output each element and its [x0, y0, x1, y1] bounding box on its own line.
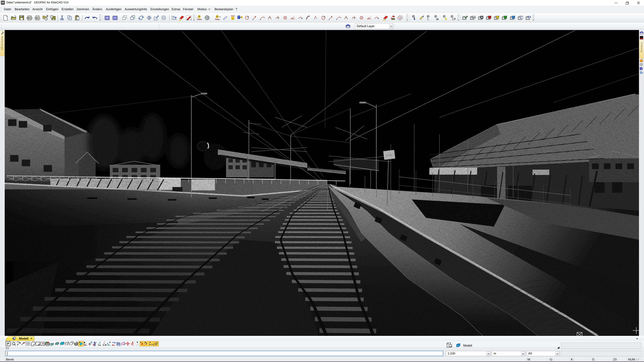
svg-text:A: A	[141, 342, 144, 346]
svg-text:P: P	[444, 15, 445, 17]
svg-text:von: von	[219, 16, 221, 17]
svg-text:P: P	[198, 15, 200, 17]
svg-text:P: P	[413, 15, 414, 17]
svg-text:tmp: tmp	[392, 18, 394, 20]
svg-text:Träss: Träss	[197, 18, 202, 20]
svg-text:P: P	[428, 15, 429, 17]
svg-text:P: P	[451, 15, 452, 17]
svg-text:P: P	[435, 15, 436, 17]
svg-text:P: P	[7, 342, 9, 346]
svg-text:Modell: Modell	[19, 337, 28, 340]
svg-text:i: i	[232, 17, 233, 19]
svg-text:Träss: Träss	[215, 18, 220, 20]
svg-text:P: P	[216, 15, 218, 17]
svg-text:3D: 3D	[436, 18, 439, 20]
